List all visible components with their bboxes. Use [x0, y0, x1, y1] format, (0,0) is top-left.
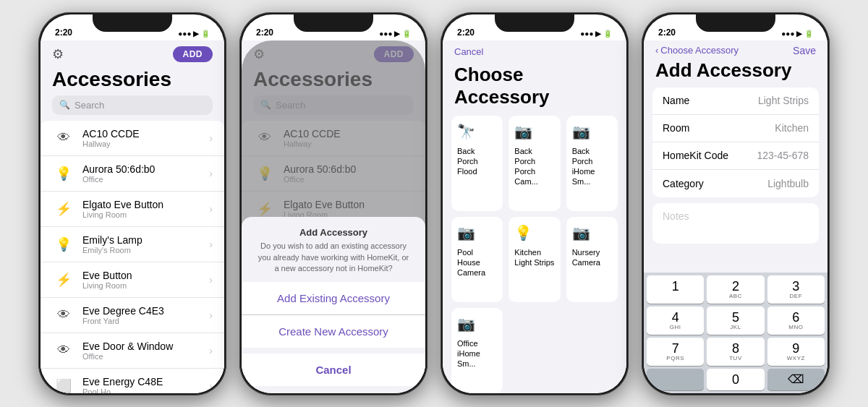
key-0[interactable]: 0: [707, 369, 764, 390]
category-row: Category Lightbulb: [652, 170, 819, 197]
acc-room: Hallway: [82, 140, 209, 148]
bulb-icon: 💡: [52, 162, 75, 185]
key-num: 3: [792, 280, 799, 293]
key-num: 1: [672, 280, 679, 293]
status-icons-3: ●●● ▶ 🔋: [580, 30, 612, 38]
time-3: 2:20: [457, 27, 475, 38]
name-label: Name: [663, 95, 689, 106]
acc-room: Office: [82, 175, 209, 184]
chevron-right-icon: ›: [209, 274, 213, 286]
choose-header: Cancel: [443, 40, 626, 62]
back-label[interactable]: Choose Accessory: [660, 45, 739, 56]
list-item[interactable]: ⬜ Eve Energy C48E Pool Ho... ›: [41, 369, 224, 393]
modal-cancel-button[interactable]: Cancel: [242, 354, 425, 386]
create-new-button[interactable]: Create New Accessory: [242, 315, 425, 348]
accessories-title-1: Accessories: [41, 67, 224, 95]
cell-label: Back Porch iHome Sm...: [572, 146, 612, 187]
acc-name: Eve Energy C48E: [82, 376, 209, 387]
homekit-code-label: HomeKit Code: [663, 150, 728, 161]
phone-3: 2:20 ●●● ▶ 🔋 Cancel Choose Accessory 🔭 B…: [441, 12, 629, 395]
list-item[interactable]: 👁 Eve Degree C4E3 Front Yard ›: [41, 298, 224, 333]
key-9[interactable]: 9 WXYZ: [767, 338, 825, 366]
add-button-1[interactable]: ADD: [173, 46, 213, 62]
save-button[interactable]: Save: [793, 45, 816, 56]
key-5[interactable]: 5 JKL: [707, 307, 764, 335]
notch-1: [93, 14, 172, 32]
back-link[interactable]: ‹ Choose Accessory: [655, 45, 739, 56]
room-field-row: Room Kitchen: [652, 115, 819, 142]
time-4: 2:20: [658, 27, 676, 38]
list-item[interactable]: 💡 Aurora 50:6d:b0 Office ›: [41, 156, 224, 192]
eye-icon: 👁: [52, 304, 75, 327]
key-num: 2: [732, 280, 739, 293]
key-3[interactable]: 3 DEF: [767, 275, 825, 304]
key-6[interactable]: 6 MNO: [767, 307, 825, 335]
notes-field[interactable]: Notes: [652, 203, 819, 244]
accessory-cell[interactable]: 📷 Pool House Camera: [451, 217, 503, 302]
eye-icon: 👁: [52, 127, 75, 150]
camera-icon: 📷: [572, 224, 590, 241]
gear-icon-1[interactable]: ⚙: [52, 46, 64, 62]
search-bar-1[interactable]: 🔍 Search: [52, 95, 213, 115]
accessory-cell[interactable]: 📷 Back Porch iHome Sm...: [566, 116, 618, 211]
add-accessory-form: Name Light Strips Room Kitchen HomeKit C…: [652, 87, 819, 197]
list-item[interactable]: ⚡ Eve Button Living Room ›: [41, 262, 224, 298]
accessories-header-1: ⚙ ADD: [41, 40, 224, 67]
acc-room: Emily's Room: [82, 246, 209, 254]
acc-name: Eve Button: [82, 270, 209, 281]
bulb-icon: 💡: [52, 233, 75, 256]
search-placeholder-1: Search: [75, 100, 104, 111]
cell-label: Pool House Camera: [457, 247, 497, 278]
acc-room: Pool Ho...: [82, 387, 209, 393]
key-letters: [674, 293, 676, 299]
screen-3: Cancel Choose Accessory 🔭 Back Porch Flo…: [443, 40, 626, 393]
key-num: 8: [732, 342, 739, 355]
list-item[interactable]: ⚡ Elgato Eve Button Living Room ›: [41, 192, 224, 227]
room-label: Room: [663, 122, 689, 134]
screen-2: ⚙ ADD Accessories 🔍 Search 👁 AC10 CCDEHa…: [242, 40, 425, 393]
key-2[interactable]: 2 ABC: [707, 275, 764, 304]
modal-overlay: Add Accessory Do you wish to add an exis…: [242, 40, 425, 393]
screen-1: ⚙ ADD Accessories 🔍 Search 👁 AC10 CCDE H…: [41, 40, 224, 393]
chevron-right-icon: ›: [209, 203, 213, 215]
accessory-cell[interactable]: 📷 Nursery Camera: [566, 217, 618, 302]
phones-container: 2:20 ●●● ▶ 🔋 ⚙ ADD Accessories 🔍 Search …: [31, 5, 837, 403]
accessory-cell[interactable]: 📷 Back Porch Porch Cam...: [509, 116, 560, 211]
chevron-right-icon: ›: [209, 309, 213, 321]
key-letters: DEF: [790, 293, 803, 299]
cell-label: Back Porch Porch Cam...: [514, 146, 554, 187]
key-empty: [647, 369, 704, 390]
homekit-code-value[interactable]: 123-45-678: [757, 150, 809, 161]
room-value[interactable]: Kitchen: [775, 122, 809, 134]
acc-name: AC10 CCDE: [82, 128, 209, 140]
flood-icon: 🔭: [457, 123, 475, 140]
key-8[interactable]: 8 TUV: [707, 338, 764, 366]
accessory-cell[interactable]: 🔭 Back Porch Flood: [451, 116, 503, 211]
name-value[interactable]: Light Strips: [758, 95, 809, 106]
accessory-cell[interactable]: 📷 Office iHome Sm...: [451, 308, 503, 393]
list-item[interactable]: 👁 Eve Door & Window Office ›: [41, 333, 224, 369]
time-1: 2:20: [55, 27, 72, 38]
choose-accessory-title: Choose Accessory: [443, 62, 626, 116]
eye-icon: 👁: [52, 339, 75, 362]
status-icons-1: ●●● ▶ 🔋: [178, 30, 210, 38]
key-1[interactable]: 1: [647, 275, 704, 304]
chevron-right-icon: ›: [209, 239, 213, 250]
acc-name: Eve Degree C4E3: [82, 305, 209, 317]
key-num: 9: [792, 342, 799, 355]
list-item[interactable]: 👁 AC10 CCDE Hallway ›: [41, 121, 224, 156]
list-item[interactable]: 💡 Emily's Lamp Emily's Room ›: [41, 227, 224, 262]
category-value[interactable]: Lightbulb: [767, 178, 809, 189]
accessory-cell[interactable]: 💡 Kitchen Light Strips: [509, 217, 560, 302]
delete-key[interactable]: ⌫: [767, 369, 825, 390]
acc-room: Office: [82, 352, 209, 361]
accessories-list-1: 👁 AC10 CCDE Hallway › 💡 Aurora 50:6d:b0 …: [41, 121, 224, 393]
add-existing-button[interactable]: Add Existing Accessory: [242, 282, 425, 314]
key-7[interactable]: 7 PQRS: [647, 338, 704, 366]
bolt-icon: ⚡: [52, 268, 75, 291]
cancel-button[interactable]: Cancel: [454, 46, 483, 57]
key-4[interactable]: 4 GHI: [647, 307, 704, 335]
plug-icon: ⬜: [52, 374, 75, 393]
key-num: 5: [732, 311, 739, 324]
phone-1: 2:20 ●●● ▶ 🔋 ⚙ ADD Accessories 🔍 Search …: [38, 12, 226, 395]
